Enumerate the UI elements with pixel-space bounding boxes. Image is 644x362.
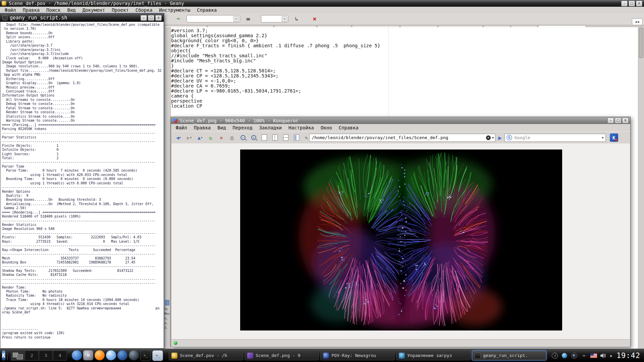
up-icon[interactable]: ▲▼ [195,133,205,142]
menu-item[interactable]: Справка [194,7,220,13]
find-icon[interactable]: ∞ [244,15,252,23]
toolbar-search-field[interactable]: ← [186,15,240,22]
menu-item[interactable]: Окно [317,125,335,130]
sidebar-scroll-thumb[interactable] [165,300,169,305]
clear-address-icon[interactable]: ✕ [486,135,491,140]
close-button[interactable] [636,1,642,6]
launcher-icon[interactable]: >_ [140,350,151,361]
task-button[interactable]: geany_run_script. [472,351,546,360]
sidebar-item-fragment[interactable]: 3. [164,326,170,329]
menu-item[interactable]: Проект [108,7,132,13]
menu-item[interactable]: Переход [229,125,256,130]
color-chooser-icon[interactable]: ✎ [173,13,184,24]
toolbar-line-field[interactable]: ← [261,15,288,22]
minimize-button[interactable] [621,1,628,6]
menu-item[interactable]: Справка [335,125,362,130]
maximize-button[interactable] [629,1,635,6]
task-button[interactable]: Scene_def.pov - /h [169,351,243,360]
sidebar-view-icon[interactable] [291,133,302,142]
zoom-out-icon[interactable]: − [238,133,248,142]
java-tray-icon[interactable] [561,352,568,359]
tab-scroll-left-icon[interactable]: ◀ [635,20,637,23]
address-bar[interactable]: ✕ ▼ [309,134,495,142]
jump-to-line-icon[interactable]: ↳ [292,15,301,23]
forward-icon[interactable]: ▶▼ [184,133,194,142]
volume-icon[interactable] [600,352,607,359]
terminal-line: ----------------------------------------… [2,219,164,223]
web-search-input[interactable] [514,135,600,140]
stop-icon[interactable]: ✕ [216,133,226,142]
minimize-button[interactable] [141,15,147,21]
task-button[interactable]: Scene_def.png - 9 [245,351,319,360]
launcher-icon[interactable] [72,350,82,360]
menu-item[interactable]: Файл [172,125,191,130]
launcher-icon[interactable] [106,350,116,360]
launcher-icon[interactable]: >_ [152,350,163,361]
sidebar-item-fragment[interactable]: o, [164,321,170,325]
clear-line-icon[interactable]: ← [282,16,287,22]
close-button[interactable] [622,118,629,123]
terminal-line: ----------------------------------------… [2,264,164,268]
menu-item[interactable]: Инструменты [156,7,194,13]
window-list-button[interactable] [7,351,8,360]
search-bar[interactable]: G ▼ [504,134,606,142]
close-button[interactable] [155,15,162,21]
network-tray-icon[interactable] [571,352,578,359]
klipper-icon[interactable]: ✂ [581,352,587,359]
tray-expand-icon[interactable]: ▲ [610,353,612,358]
address-dropdown-icon[interactable]: ▼ [492,136,494,139]
zoom-in-icon[interactable]: + [249,133,259,142]
view-page-icon[interactable] [259,133,269,142]
info-tray-icon[interactable]: i [551,352,558,359]
clear-search-icon[interactable]: ← [233,16,239,22]
split-view-horizontal-icon[interactable] [281,133,291,142]
pager-cell[interactable] [11,351,24,361]
goto-line-input[interactable] [261,16,282,21]
task-button[interactable]: Управление загруз [396,351,471,360]
menu-item[interactable]: Вид [64,7,79,13]
menu-item[interactable]: Правка [19,7,43,13]
menu-item[interactable]: Документ [79,7,108,13]
sidebar-item-fragment[interactable]: Sc [164,307,170,311]
minimize-button[interactable] [607,118,614,123]
konqueror-titlebar[interactable]: Scene_def.png - 960x540 - 100% - Konquer… [171,117,630,124]
address-input[interactable] [311,135,485,140]
editor-scrollbar-thumb[interactable] [639,28,643,58]
sidebar-item-fragment[interactable]: Mes [164,312,170,315]
tab-scroll-right-icon[interactable]: ▶ [638,20,640,23]
launcher-icon[interactable] [129,350,139,360]
menu-item[interactable]: Правка [191,125,214,130]
pager-cell[interactable]: 3 [39,351,53,361]
back-icon[interactable]: ◀▼ [173,133,183,142]
terminal-output[interactable]: Input file: /home/leonid/blender/povray/… [0,22,164,348]
search-dropdown-icon[interactable]: ▼ [602,136,603,139]
reload-icon[interactable]: ↻ [206,133,216,142]
pager-cell[interactable]: 4 [53,351,67,361]
menu-item[interactable]: Вид [214,125,229,130]
terminal-titlebar[interactable]: geany_run_script.sh [0,14,164,22]
geany-titlebar[interactable]: Scene_def.pov - /home/leonid/blender/pov… [0,0,644,7]
menu-item[interactable]: Закладки [256,125,285,130]
sidebar-item-fragment[interactable]: o, [164,317,170,320]
keyboard-layout-flag-icon[interactable] [590,352,597,359]
kde-menu-button[interactable]: K [2,350,5,361]
menu-item[interactable]: Поиск [43,7,64,13]
launcher-icon[interactable] [117,350,127,360]
menu-item[interactable]: Настройка [285,125,317,130]
task-button[interactable]: POV-Ray: Newsgrou [320,351,395,360]
menu-item[interactable]: Сборка [132,7,156,13]
search-input[interactable] [187,16,233,21]
pager-cell[interactable]: 2 [25,351,39,361]
home-icon[interactable]: ⌂ [227,133,237,142]
tab-scroll-buttons[interactable]: ◀ ▶ [632,18,643,25]
launcher-icon[interactable]: ⚙ [83,350,93,360]
split-view-vertical-icon[interactable] [270,133,280,142]
menu-item[interactable]: Файл [1,7,19,13]
quit-icon[interactable]: × [311,15,319,23]
maximize-button[interactable] [148,15,154,21]
go-icon[interactable]: ▶ [498,134,501,141]
maximize-button[interactable] [615,118,621,123]
taskbar-clock[interactable]: 19:42 [616,351,640,360]
editor-scrollbar[interactable] [638,27,644,349]
launcher-icon[interactable] [95,350,105,360]
